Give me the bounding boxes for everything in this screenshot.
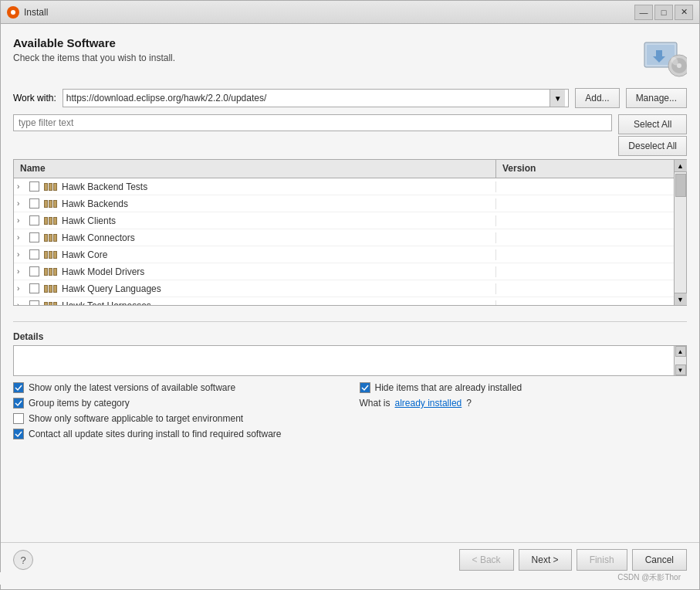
software-table: Name Version ›Hawk Backend Tests›Hawk Ba…: [13, 159, 675, 306]
expand-arrow-icon[interactable]: ›: [17, 233, 26, 242]
package-icon: [44, 268, 57, 276]
row-checkbox[interactable]: [29, 215, 39, 225]
row-name-label: Hawk Query Languages: [62, 283, 161, 294]
package-icon: [44, 217, 57, 225]
maximize-button[interactable]: □: [654, 5, 673, 20]
col-name-header: Name: [14, 160, 496, 178]
row-name-cell: ›Hawk Query Languages: [14, 283, 496, 294]
row-checkbox[interactable]: [29, 266, 39, 276]
header-section: Available Software Check the items that …: [13, 36, 687, 79]
expand-arrow-icon[interactable]: ›: [17, 250, 26, 259]
finish-button[interactable]: Finish: [577, 549, 627, 571]
expand-arrow-icon[interactable]: ›: [17, 267, 26, 276]
details-scroll-up[interactable]: ▲: [675, 346, 686, 357]
watermark: CSDN @禾影Thor: [0, 572, 690, 585]
expand-arrow-icon[interactable]: ›: [17, 182, 26, 191]
title-bar-left: Install: [7, 6, 48, 19]
scroll-down-arrow[interactable]: ▼: [675, 293, 687, 305]
install-header-icon: [641, 36, 687, 79]
manage-button[interactable]: Manage...: [626, 88, 687, 108]
next-button[interactable]: Next >: [519, 549, 572, 571]
row-name-label: Hawk Model Drivers: [62, 266, 144, 277]
scroll-thumb[interactable]: [675, 174, 686, 197]
row-name-label: Hawk Connectors: [62, 232, 135, 243]
row-checkbox[interactable]: [29, 283, 39, 293]
expand-arrow-icon[interactable]: ›: [17, 301, 26, 305]
window-title: Install: [24, 7, 48, 18]
select-deselect-area: Select All Deselect All: [618, 114, 687, 156]
header-text: Available Software Check the items that …: [13, 36, 175, 63]
scroll-up-arrow[interactable]: ▲: [675, 160, 687, 172]
group-by-category-checkbox[interactable]: [13, 398, 24, 409]
help-button[interactable]: ?: [13, 550, 33, 570]
already-installed-link[interactable]: already installed: [395, 398, 462, 409]
row-checkbox[interactable]: [29, 300, 39, 305]
expand-arrow-icon[interactable]: ›: [17, 216, 26, 225]
dropdown-arrow[interactable]: ▼: [550, 90, 565, 107]
software-list-container: Name Version ›Hawk Backend Tests›Hawk Ba…: [13, 159, 687, 306]
option-contact-sites: Contact all update sites during install …: [13, 429, 341, 439]
option-group-by-category: Group items by category: [13, 398, 341, 409]
table-row[interactable]: ›Hawk Connectors: [14, 229, 674, 246]
row-checkbox[interactable]: [29, 198, 39, 209]
work-with-label: Work with:: [13, 93, 56, 103]
table-row[interactable]: ›Hawk Backends: [14, 195, 674, 212]
contact-sites-label: Contact all update sites during install …: [29, 429, 282, 439]
table-row[interactable]: ›Hawk Query Languages: [14, 280, 674, 297]
table-scrollbar[interactable]: ▲ ▼: [675, 159, 687, 306]
already-installed-suffix: ?: [466, 398, 472, 409]
hide-installed-checkbox[interactable]: [360, 382, 370, 393]
row-name-cell: ›Hawk Backend Tests: [14, 181, 496, 192]
expand-arrow-icon[interactable]: ›: [17, 284, 26, 293]
option-already-installed: What is already installed ?: [360, 398, 688, 409]
install-window: Install — □ ✕ Available Software Check t…: [0, 0, 700, 590]
svg-point-1: [11, 10, 15, 15]
latest-versions-checkbox[interactable]: [13, 382, 24, 393]
target-env-checkbox[interactable]: [13, 413, 24, 424]
page-title: Available Software: [13, 36, 175, 49]
work-with-row: Work with: https://download.eclipse.org/…: [13, 88, 687, 108]
hide-installed-label: Hide items that are already installed: [375, 382, 522, 393]
row-name-cell: ›Hawk Core: [14, 249, 496, 260]
row-checkbox[interactable]: [29, 249, 39, 259]
page-subtitle: Check the items that you wish to install…: [13, 53, 175, 63]
contact-sites-checkbox[interactable]: [13, 429, 24, 439]
expand-arrow-icon[interactable]: ›: [17, 199, 26, 208]
target-env-label: Show only software applicable to target …: [29, 413, 243, 424]
table-row[interactable]: ›Hawk Core: [14, 246, 674, 263]
row-name-cell: ›Hawk Model Drivers: [14, 266, 496, 277]
details-label: Details: [13, 331, 687, 342]
filter-input[interactable]: [13, 114, 612, 131]
details-scrollbar[interactable]: ▲ ▼: [674, 346, 686, 375]
close-button[interactable]: ✕: [675, 5, 693, 20]
row-name-label: Hawk Test Harnesses: [62, 300, 151, 306]
minimize-button[interactable]: —: [634, 5, 653, 20]
table-row[interactable]: ›Hawk Test Harnesses: [14, 297, 674, 305]
details-scroll-down[interactable]: ▼: [675, 365, 686, 375]
add-button[interactable]: Add...: [575, 88, 619, 108]
table-body: ›Hawk Backend Tests›Hawk Backends›Hawk C…: [14, 178, 674, 305]
select-all-button[interactable]: Select All: [618, 114, 687, 134]
already-installed-prefix: What is: [360, 398, 391, 409]
row-name-cell: ›Hawk Test Harnesses: [14, 300, 496, 306]
row-name-label: Hawk Backend Tests: [62, 181, 147, 192]
work-with-input[interactable]: https://download.eclipse.org/hawk/2.2.0/…: [63, 89, 569, 107]
row-name-cell: ›Hawk Clients: [14, 215, 496, 226]
table-row[interactable]: ›Hawk Backend Tests: [14, 178, 674, 195]
row-name-label: Hawk Backends: [62, 198, 128, 209]
row-name-label: Hawk Clients: [62, 215, 116, 226]
eclipse-icon: [7, 6, 19, 19]
package-icon: [44, 183, 57, 191]
table-row[interactable]: ›Hawk Clients: [14, 212, 674, 229]
row-checkbox[interactable]: [29, 232, 39, 242]
cancel-button[interactable]: Cancel: [632, 549, 687, 571]
options-left: Show only the latest versions of availab…: [13, 382, 341, 439]
table-row[interactable]: ›Hawk Model Drivers: [14, 263, 674, 280]
options-section: Show only the latest versions of availab…: [13, 382, 687, 439]
row-checkbox[interactable]: [29, 181, 39, 192]
deselect-all-button[interactable]: Deselect All: [618, 136, 687, 156]
row-name-label: Hawk Core: [62, 249, 107, 260]
back-button[interactable]: < Back: [459, 549, 514, 571]
title-bar: Install — □ ✕: [1, 1, 699, 24]
row-name-cell: ›Hawk Connectors: [14, 232, 496, 243]
